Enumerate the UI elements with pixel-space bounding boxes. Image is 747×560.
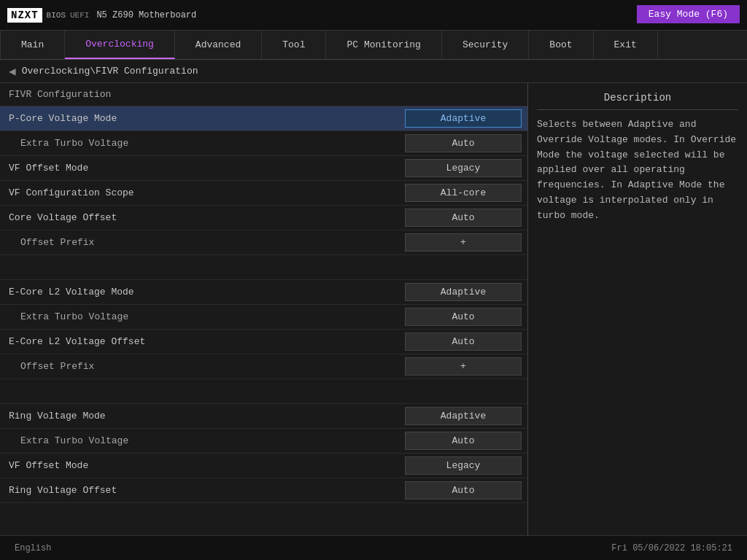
setting-row-extra-turbo-voltage-3[interactable]: Extra Turbo VoltageAuto [0,429,527,454]
breadcrumb-bar: ◀ Overclocking\FIVR Configuration [0,60,747,83]
setting-label-ring-voltage-mode: Ring Voltage Mode [6,411,405,421]
setting-row-p-core-voltage-mode[interactable]: P-Core Voltage ModeAdaptive [0,106,527,131]
setting-row-vf-offset-mode-2[interactable]: VF Offset ModeLegacy [0,454,527,478]
nav-tab-exit[interactable]: Exit [594,31,658,59]
logo-area: NZXT BIOS UEFI N5 Z690 Motherboard [7,8,196,23]
setting-value-extra-turbo-voltage-3[interactable]: Auto [405,432,522,450]
nav-tab-pc_monitoring[interactable]: PC Monitoring [326,31,441,59]
nav-tab-security[interactable]: Security [442,31,529,59]
mobo-label: N5 Z690 Motherboard [96,10,196,20]
nav-tab-advanced[interactable]: Advanced [175,31,262,59]
setting-row-ecore-l2-voltage-offset[interactable]: E-Core L2 Voltage OffsetAuto [0,330,527,354]
header: NZXT BIOS UEFI N5 Z690 Motherboard Easy … [0,0,747,31]
nav-tab-overclocking[interactable]: Overclocking [65,31,175,59]
setting-row-core-voltage-offset[interactable]: Core Voltage OffsetAuto [0,206,527,230]
spacer-after-offset-prefix-2 [0,379,527,404]
description-panel: Description Selects between Adaptive and… [528,83,747,535]
easy-mode-button[interactable]: Easy Mode (F6) [637,5,740,23]
setting-row-extra-turbo-voltage-2[interactable]: Extra Turbo VoltageAuto [0,305,527,330]
nav-tab-boot[interactable]: Boot [529,31,593,59]
nav-tab-tool[interactable]: Tool [262,31,326,59]
setting-row-offset-prefix-1[interactable]: Offset Prefix+ [0,230,527,255]
setting-value-extra-turbo-voltage-1[interactable]: Auto [405,134,522,152]
setting-row-offset-prefix-2[interactable]: Offset Prefix+ [0,354,527,379]
setting-label-vf-offset-mode-1: VF Offset Mode [6,163,405,174]
setting-label-ecore-l2-voltage-offset: E-Core L2 Voltage Offset [6,336,405,347]
setting-row-ecore-l2-voltage-mode[interactable]: E-Core L2 Voltage ModeAdaptive [0,280,527,305]
setting-value-offset-prefix-1[interactable]: + [405,233,522,252]
nav-tab-main[interactable]: Main [0,31,65,59]
main-content: FIVR Configuration P-Core Voltage ModeAd… [0,83,747,535]
setting-label-vf-offset-mode-2: VF Offset Mode [6,460,405,471]
setting-label-ring-voltage-offset: Ring Voltage Offset [6,485,405,496]
bios-label: BIOS [47,11,66,20]
setting-value-extra-turbo-voltage-2[interactable]: Auto [405,308,522,326]
setting-value-offset-prefix-2[interactable]: + [405,357,522,376]
setting-row-ring-voltage-offset[interactable]: Ring Voltage OffsetAuto [0,478,527,503]
setting-value-ecore-l2-voltage-mode[interactable]: Adaptive [405,283,522,301]
setting-label-offset-prefix-2: Offset Prefix [6,361,405,372]
description-title: Description [537,92,738,110]
spacer-after-offset-prefix-1 [0,255,527,280]
nzxt-logo: NZXT [7,8,42,23]
setting-value-core-voltage-offset[interactable]: Auto [405,209,522,227]
setting-label-extra-turbo-voltage-1: Extra Turbo Voltage [6,138,405,149]
setting-value-vf-offset-mode-2[interactable]: Legacy [405,456,522,475]
back-arrow-icon[interactable]: ◀ [9,64,16,79]
setting-label-extra-turbo-voltage-3: Extra Turbo Voltage [6,435,405,446]
setting-label-ecore-l2-voltage-mode: E-Core L2 Voltage Mode [6,287,405,298]
setting-value-ring-voltage-mode[interactable]: Adaptive [405,407,522,425]
footer-language: English [15,543,51,553]
setting-value-vf-config-scope[interactable]: All-core [405,184,522,202]
setting-value-vf-offset-mode-1[interactable]: Legacy [405,159,522,177]
setting-label-p-core-voltage-mode: P-Core Voltage Mode [6,113,405,124]
settings-list[interactable]: P-Core Voltage ModeAdaptiveExtra Turbo V… [0,106,527,535]
setting-value-ecore-l2-voltage-offset[interactable]: Auto [405,332,522,351]
uefi-label: UEFI [70,11,89,20]
footer: English Fri 05/06/2022 18:05:21 [0,535,747,560]
footer-datetime: Fri 05/06/2022 18:05:21 [611,543,732,553]
description-text: Selects between Adaptive and Override Vo… [537,117,738,224]
setting-label-offset-prefix-1: Offset Prefix [6,237,405,248]
nav-tabs: MainOverclockingAdvancedToolPC Monitorin… [0,31,747,60]
setting-row-extra-turbo-voltage-1[interactable]: Extra Turbo VoltageAuto [0,131,527,156]
setting-row-vf-offset-mode-1[interactable]: VF Offset ModeLegacy [0,156,527,181]
left-panel: FIVR Configuration P-Core Voltage ModeAd… [0,83,528,535]
setting-row-ring-voltage-mode[interactable]: Ring Voltage ModeAdaptive [0,404,527,429]
breadcrumb-text: Overclocking\FIVR Configuration [22,66,198,77]
setting-label-core-voltage-offset: Core Voltage Offset [6,212,405,223]
setting-label-vf-config-scope: VF Configuration Scope [6,187,405,198]
setting-value-p-core-voltage-mode[interactable]: Adaptive [405,109,522,128]
section-title: FIVR Configuration [0,83,527,106]
setting-row-vf-config-scope[interactable]: VF Configuration ScopeAll-core [0,181,527,206]
setting-value-ring-voltage-offset[interactable]: Auto [405,481,522,499]
setting-label-extra-turbo-voltage-2: Extra Turbo Voltage [6,311,405,322]
